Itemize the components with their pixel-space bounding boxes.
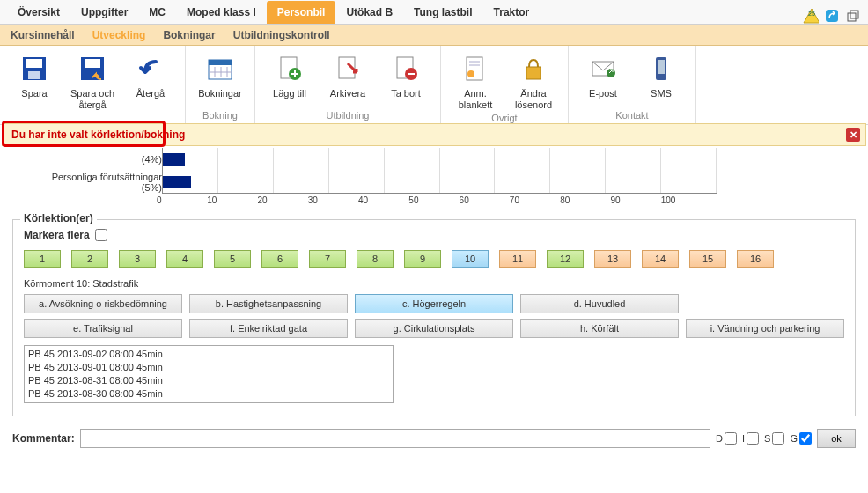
top-tab-mc[interactable]: MC [138,1,176,24]
sub-tab-bokningar[interactable]: Bokningar [163,29,215,41]
epost-label: E-post [589,88,617,99]
num-btn-1[interactable]: 1 [24,250,61,268]
num-btn-14[interactable]: 14 [642,250,679,268]
xtick: 60 [460,195,515,205]
top-tab-bar: Översikt Uppgifter MC Moped klass I Pers… [0,0,868,25]
list-item[interactable]: PB 45 2013-09-01 08:00 45min [28,361,389,374]
alert-badge-icon[interactable]: 25 [803,8,819,24]
letter-btn[interactable]: i. Vändning och parkering [686,319,844,338]
xtick: 20 [258,195,313,205]
num-btn-2[interactable]: 2 [71,250,108,268]
laggtill-label: Lägg till [273,88,306,99]
warning-bar: Du har inte valt körlektion/bokning ✕ [2,123,866,146]
letter-btn[interactable]: c. Högerregeln [355,294,513,313]
bottom-row: Kommentar: D I S G ok [12,429,856,448]
flag-i-checkbox[interactable] [747,432,759,445]
num-btn-4[interactable]: 4 [166,250,203,268]
korlektion-fieldset: Körlektion(er) Markera flera 12345678910… [12,219,856,416]
aterga-button[interactable]: Återgå [123,49,178,119]
sms-label: SMS [651,88,672,99]
letter-btn[interactable]: h. Körfält [520,319,679,338]
flag-i-label: I [742,433,745,444]
list-item[interactable]: PB 45 2013-09-02 08:00 45min [28,348,389,361]
epost-button[interactable]: E-post [576,49,630,108]
email-icon [587,53,619,85]
return-icon [135,53,166,85]
andralosenord-button[interactable]: Ändra lösenord [506,49,561,111]
markera-flera-checkbox[interactable] [95,229,107,241]
letter-btn[interactable]: g. Cirkulationsplats [355,319,513,338]
flag-g-checkbox[interactable] [799,432,812,445]
list-item[interactable]: PB 45 2013-08-31 08:00 45min [28,374,389,387]
letter-btn[interactable]: f. Enkelriktad gata [189,319,348,338]
bokningar-label: Bokningar [198,88,242,99]
kommentar-input[interactable] [80,429,710,448]
letter-btn[interactable]: d. Huvudled [520,294,679,313]
arkivera-button[interactable]: Arkivera [320,49,375,108]
archive-icon [332,53,364,85]
aterga-label: Återgå [136,88,165,99]
num-btn-15[interactable]: 15 [689,250,726,268]
ok-button[interactable]: ok [817,429,856,448]
warning-close-button[interactable]: ✕ [846,128,860,142]
num-btn-13[interactable]: 13 [594,250,631,268]
num-btn-6[interactable]: 6 [261,250,298,268]
flag-d-checkbox[interactable] [725,432,737,445]
tabort-button[interactable]: Ta bort [379,49,433,108]
remote-icon[interactable] [824,8,840,24]
andralosenord-label: Ändra lösenord [515,88,552,111]
ribbon-group-label-1: Bokning [202,108,238,122]
tabort-label: Ta bort [391,88,421,99]
bokningar-button[interactable]: Bokningar [193,49,247,108]
spara-button[interactable]: Spara [7,49,62,119]
flag-d-label: D [716,433,723,444]
fieldset-legend: Körlektion(er) [20,212,97,224]
chart-area: (4%) Personliga förutsättningar (5%) 010… [0,148,868,214]
num-btn-8[interactable]: 8 [357,250,394,268]
top-tab-oversikt[interactable]: Översikt [7,1,70,24]
sub-tab-utbildningskontroll[interactable]: Utbildningskontroll [233,29,330,41]
anmblankett-button[interactable]: Anm. blankett [448,49,503,111]
top-tab-uppgifter[interactable]: Uppgifter [70,1,138,24]
sub-tab-kursinnehall[interactable]: Kursinnehåll [11,29,75,41]
num-btn-10[interactable]: 10 [452,250,489,268]
spara-aterga-label: Spara och återgå [70,88,114,111]
num-btn-5[interactable]: 5 [214,250,251,268]
session-listbox[interactable]: PB 45 2013-09-02 08:00 45minPB 45 2013-0… [24,345,394,403]
letter-btn[interactable]: e. Trafiksignal [24,319,182,338]
top-tab-tunglastbil[interactable]: Tung lastbil [403,1,482,24]
popout-icon[interactable] [845,8,861,24]
num-btn-3[interactable]: 3 [119,250,156,268]
flag-s-checkbox[interactable] [772,432,784,445]
top-tab-personbil[interactable]: Personbil [267,1,336,24]
xtick: 10 [207,195,262,205]
num-btn-9[interactable]: 9 [404,250,441,268]
arkivera-label: Arkivera [330,88,365,99]
sms-button[interactable]: SMS [634,49,688,108]
xtick: 70 [510,195,565,205]
sub-tab-bar: Kursinnehåll Utveckling Bokningar Utbild… [0,25,868,46]
num-btn-12[interactable]: 12 [547,250,584,268]
kormoment-title: Körmoment 10: Stadstrafik [24,278,844,289]
ribbon-group-label-2: Utbildning [327,108,370,122]
top-tab-traktor[interactable]: Traktor [483,1,541,24]
list-item[interactable]: PB 45 2013-08-30 08:00 45min [28,387,389,401]
chart-y-labels: (4%) Personliga förutsättningar (5%) [12,148,162,205]
letter-btn[interactable]: a. Avsökning o riskbedömning [24,294,182,313]
chart-plot: 0102030405060708090100 [162,148,717,205]
flag-s-label: S [764,433,770,444]
num-btn-7[interactable]: 7 [309,250,346,268]
save-return-icon [77,53,108,85]
top-tab-moped[interactable]: Moped klass I [176,1,267,24]
spara-aterga-button[interactable]: Spara och återgå [65,49,120,119]
num-btn-16[interactable]: 16 [737,250,774,268]
letter-btn[interactable]: b. Hastighetsanpassning [189,294,348,313]
kommentar-label: Kommentar: [12,432,75,445]
svg-rect-25 [526,67,541,79]
top-tab-utokadb[interactable]: Utökad B [335,1,403,24]
xtick: 30 [308,195,364,205]
sub-tab-utveckling[interactable]: Utveckling [92,29,146,41]
num-btn-11[interactable]: 11 [499,250,536,268]
close-icon: ✕ [850,129,857,141]
laggtill-button[interactable]: Lägg till [262,49,317,108]
